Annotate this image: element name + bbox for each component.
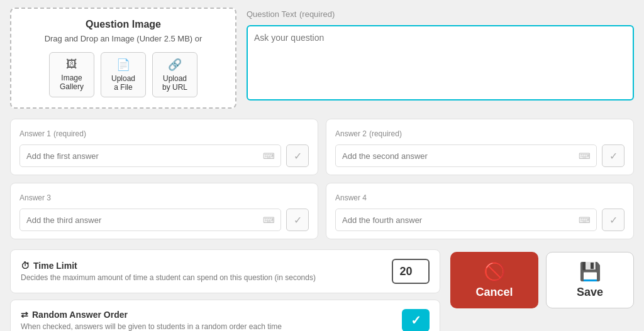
question-text-label-text: Question Text <box>247 9 296 19</box>
answer3-input-wrapper: ⌨ <box>19 209 281 231</box>
answer3-card: Answer 3 ⌨ ✓ <box>10 183 318 239</box>
time-limit-desc: Decides the maximum amount of time a stu… <box>21 273 392 282</box>
random-row: ⇄ Random Answer Order When checked, answ… <box>21 309 430 331</box>
image-upload-box: Question Image Drag and Drop an Image (U… <box>10 8 236 109</box>
upload-buttons: 🖼 ImageGallery 📄 Uploada File 🔗 Uploadby… <box>21 52 225 97</box>
random-icon: ⇄ <box>21 310 28 320</box>
random-order-label: Random Answer Order <box>32 310 128 320</box>
random-order-card: ⇄ Random Answer Order When checked, answ… <box>10 300 440 331</box>
answer2-input-wrapper: ⌨ <box>335 144 597 167</box>
upload-url-button[interactable]: 🔗 Uploadby URL <box>152 52 197 97</box>
answer4-input[interactable] <box>335 209 597 231</box>
time-limit-card: ⏱ Time Limit Decides the maximum amount … <box>10 249 440 293</box>
time-limit-label: Time Limit <box>33 261 77 271</box>
answer3-input-row: ⌨ ✓ <box>19 209 309 231</box>
answer2-label-text: Answer 2 <box>335 129 367 138</box>
answer4-input-row: ⌨ ✓ <box>335 209 625 231</box>
answer2-input-row: ⌨ ✓ <box>335 144 625 167</box>
save-button[interactable]: 💾 Save <box>546 252 634 308</box>
file-label: Uploada File <box>111 74 135 92</box>
action-buttons: 🚫 Cancel 💾 Save <box>450 249 634 308</box>
answer4-card: Answer 4 ⌨ ✓ <box>326 183 634 239</box>
random-order-toggle[interactable]: ✓ <box>402 309 430 331</box>
answer1-input[interactable] <box>19 144 281 167</box>
save-label: Save <box>577 286 603 299</box>
answer3-label-text: Answer 3 <box>19 193 51 202</box>
answer4-label: Answer 4 <box>335 192 625 202</box>
time-limit-input[interactable] <box>392 259 430 284</box>
gallery-label: ImageGallery <box>60 73 84 91</box>
answer2-check-button[interactable]: ✓ <box>602 144 625 167</box>
time-limit-info: ⏱ Time Limit Decides the maximum amount … <box>21 261 392 282</box>
answer1-required: (required) <box>53 129 86 138</box>
answer4-input-wrapper: ⌨ <box>335 209 597 231</box>
time-limit-row: ⏱ Time Limit Decides the maximum amount … <box>21 259 430 284</box>
answer4-label-text: Answer 4 <box>335 193 367 202</box>
page-wrapper: Question Image Drag and Drop an Image (U… <box>0 0 644 331</box>
random-order-info: ⇄ Random Answer Order When checked, answ… <box>21 310 282 331</box>
cancel-icon: 🚫 <box>484 261 506 282</box>
cancel-button[interactable]: 🚫 Cancel <box>450 252 538 308</box>
url-icon: 🔗 <box>168 58 182 72</box>
question-text-label: Question Text (required) <box>247 8 634 20</box>
toggle-checkmark: ✓ <box>411 313 421 328</box>
question-text-required: (required) <box>299 9 335 19</box>
answer3-label: Answer 3 <box>19 192 309 202</box>
answer2-card: Answer 2 (required) ⌨ ✓ <box>326 119 634 175</box>
url-label: Uploadby URL <box>162 74 187 92</box>
time-limit-title: ⏱ Time Limit <box>21 261 392 271</box>
question-text-section: Question Text (required) <box>247 8 634 109</box>
answer2-input[interactable] <box>335 144 597 167</box>
answer1-label-text: Answer 1 <box>19 129 51 138</box>
top-section: Question Image Drag and Drop an Image (U… <box>10 8 634 109</box>
answer3-check-button[interactable]: ✓ <box>286 209 309 231</box>
image-upload-title: Question Image <box>21 19 225 30</box>
question-textarea[interactable] <box>247 25 634 100</box>
answers-grid: Answer 1 (required) ⌨ ✓ Answer 2 (requir… <box>10 119 634 239</box>
answer1-check-button[interactable]: ✓ <box>286 144 309 167</box>
answer1-input-wrapper: ⌨ <box>19 144 281 167</box>
answer1-label: Answer 1 (required) <box>19 128 309 138</box>
image-upload-subtitle: Drag and Drop an Image (Under 2.5 MB) or <box>21 34 225 43</box>
image-gallery-button[interactable]: 🖼 ImageGallery <box>49 52 94 97</box>
answer2-required: (required) <box>369 129 402 138</box>
answer1-card: Answer 1 (required) ⌨ ✓ <box>10 119 318 175</box>
bottom-section: ⏱ Time Limit Decides the maximum amount … <box>10 249 634 331</box>
cancel-label: Cancel <box>475 286 513 299</box>
answer2-label: Answer 2 (required) <box>335 128 625 138</box>
upload-file-button[interactable]: 📄 Uploada File <box>101 52 146 97</box>
answer3-input[interactable] <box>19 209 281 231</box>
settings-section: ⏱ Time Limit Decides the maximum amount … <box>10 249 440 331</box>
random-order-desc: When checked, answers will be given to s… <box>21 322 282 331</box>
random-order-title: ⇄ Random Answer Order <box>21 310 282 320</box>
file-icon: 📄 <box>116 58 130 72</box>
answer4-check-button[interactable]: ✓ <box>602 209 625 231</box>
gallery-icon: 🖼 <box>66 58 77 71</box>
save-icon: 💾 <box>579 261 601 282</box>
time-icon: ⏱ <box>21 261 30 271</box>
answer1-input-row: ⌨ ✓ <box>19 144 309 167</box>
